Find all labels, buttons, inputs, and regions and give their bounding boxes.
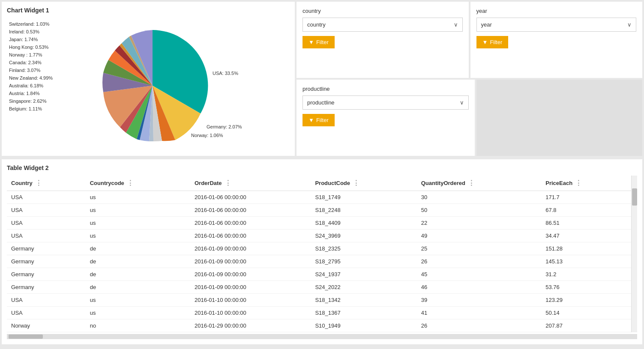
cell-quantityordered: 25 <box>417 242 542 255</box>
cell-priceeach: 86.51 <box>541 217 631 230</box>
table-row: USAus2016-01-06 00:00:00S18_22485067.8 <box>7 204 631 217</box>
cell-orderdate: 2016-01-06 00:00:00 <box>190 217 311 230</box>
year-select[interactable]: year ∨ <box>476 18 637 32</box>
productline-select-value: productline <box>307 99 335 106</box>
cell-productcode: S18_1367 <box>311 307 416 319</box>
bottom-scrollbar[interactable] <box>7 334 637 339</box>
cell-productcode: S18_1342 <box>311 294 416 307</box>
filter-icon-year: ▼ <box>482 39 488 45</box>
cell-quantityordered: 30 <box>417 191 542 204</box>
cell-productcode: S18_2248 <box>311 204 416 217</box>
cell-countrycode: de <box>86 268 190 281</box>
cell-priceeach: 53.76 <box>541 281 631 294</box>
table-row: USAus2016-01-06 00:00:00S18_174930171.7 <box>7 191 631 204</box>
label-canada: Canada: 2.34% <box>9 60 42 65</box>
cell-priceeach: 123.29 <box>541 294 631 307</box>
cell-quantityordered: 41 <box>417 307 542 319</box>
col-header-productcode: ProductCode ⋮ <box>311 176 416 191</box>
cell-quantityordered: 46 <box>417 281 542 294</box>
scrollbar-thumb[interactable] <box>632 188 637 206</box>
col-header-quantityordered: QuantityOrdered ⋮ <box>417 176 542 191</box>
col-menu-icon-country[interactable]: ⋮ <box>35 179 42 187</box>
cell-priceeach: 151.28 <box>541 242 631 255</box>
col-menu-icon-priceeach[interactable]: ⋮ <box>575 179 582 187</box>
cell-orderdate: 2016-01-10 00:00:00 <box>190 294 311 307</box>
cell-productcode: S24_2022 <box>311 281 416 294</box>
table-row: USAus2016-01-10 00:00:00S18_134239123.29 <box>7 294 631 307</box>
cell-countrycode: de <box>86 255 190 268</box>
cell-productcode: S18_2795 <box>311 255 416 268</box>
cell-orderdate: 2016-01-09 00:00:00 <box>190 268 311 281</box>
label-ireland: Ireland: 0.53% <box>9 29 39 34</box>
country-select-value: country <box>307 21 326 28</box>
cell-countrycode: no <box>86 319 190 332</box>
cell-quantityordered: 49 <box>417 230 542 242</box>
country-filter-label: country <box>303 8 463 14</box>
cell-quantityordered: 39 <box>417 294 542 307</box>
table-header-row: Country ⋮ Countrycode ⋮ <box>7 176 631 191</box>
col-menu-icon-productcode[interactable]: ⋮ <box>353 179 359 187</box>
cell-country: USA <box>7 204 86 217</box>
table-row: USAus2016-01-10 00:00:00S18_13674150.14 <box>7 307 631 319</box>
cell-countrycode: us <box>86 191 190 204</box>
cell-country: Germany <box>7 242 86 255</box>
year-filter-button[interactable]: ▼ Filter <box>476 36 509 48</box>
cell-country: USA <box>7 307 86 319</box>
cell-country: Norway <box>7 319 86 332</box>
cell-countrycode: us <box>86 204 190 217</box>
cell-quantityordered: 22 <box>417 217 542 230</box>
cell-countrycode: us <box>86 294 190 307</box>
right-scrollbar[interactable] <box>631 176 637 332</box>
cell-country: USA <box>7 191 86 204</box>
cell-countrycode: de <box>86 281 190 294</box>
year-select-value: year <box>481 21 492 28</box>
productline-select[interactable]: productline ∨ <box>303 95 469 110</box>
cell-orderdate: 2016-01-10 00:00:00 <box>190 307 311 319</box>
country-filter-button[interactable]: ▼ Filter <box>303 36 335 48</box>
cell-country: USA <box>7 294 86 307</box>
cell-productcode: S24_1937 <box>311 268 416 281</box>
table-row: USAus2016-01-06 00:00:00S24_39694934.47 <box>7 230 631 242</box>
table-scroll-wrapper: Country ⋮ Countrycode ⋮ <box>7 176 631 332</box>
cell-priceeach: 171.7 <box>541 191 631 204</box>
cell-country: Germany <box>7 268 86 281</box>
cell-orderdate: 2016-01-09 00:00:00 <box>190 255 311 268</box>
table-row: Germanyde2016-01-09 00:00:00S18_27952614… <box>7 255 631 268</box>
col-menu-icon-orderdate[interactable]: ⋮ <box>225 179 231 187</box>
table-scroll-area: Country ⋮ Countrycode ⋮ <box>7 176 637 332</box>
label-austria: Austria: 1.84% <box>9 91 40 96</box>
productline-filter-button[interactable]: ▼ Filter <box>303 114 335 126</box>
cell-quantityordered: 45 <box>417 268 542 281</box>
col-menu-icon-countrycode[interactable]: ⋮ <box>127 179 134 187</box>
cell-orderdate: 2016-01-06 00:00:00 <box>190 191 311 204</box>
label-singapore: Singapore: 2.62% <box>9 98 47 104</box>
cell-orderdate: 2016-01-06 00:00:00 <box>190 204 311 217</box>
cell-productcode: S10_1949 <box>311 319 416 332</box>
country-filter-panel: country country ∨ ▼ Filter <box>297 2 469 78</box>
table-row: USAus2016-01-06 00:00:00S18_44092286.51 <box>7 217 631 230</box>
filter-icon-productline: ▼ <box>309 117 314 123</box>
cell-quantityordered: 26 <box>417 255 542 268</box>
label-finland: Finland: 3.07% <box>9 68 41 73</box>
productline-filter-label: productline <box>303 86 469 92</box>
cell-country: USA <box>7 230 86 242</box>
col-header-priceeach: PriceEach ⋮ <box>541 176 631 191</box>
cell-orderdate: 2016-01-09 00:00:00 <box>190 242 311 255</box>
col-header-country: Country ⋮ <box>7 176 86 191</box>
bottom-scrollbar-thumb[interactable] <box>9 334 43 339</box>
data-table: Country ⋮ Countrycode ⋮ <box>7 176 631 332</box>
col-menu-icon-quantityordered[interactable]: ⋮ <box>468 179 475 187</box>
country-select[interactable]: country ∨ <box>303 18 463 32</box>
gray-spacer <box>476 80 643 156</box>
cell-orderdate: 2016-01-09 00:00:00 <box>190 281 311 294</box>
cell-productcode: S18_1749 <box>311 191 416 204</box>
cell-priceeach: 145.13 <box>541 255 631 268</box>
table-widget-title: Table Widget 2 <box>7 164 637 171</box>
label-switzerland: Switzerland: 1.03% <box>9 21 49 27</box>
cell-orderdate: 2016-01-06 00:00:00 <box>190 230 311 242</box>
label-usa: USA: 33.5% <box>213 71 238 76</box>
col-header-countrycode: Countrycode ⋮ <box>86 176 190 191</box>
label-newzealand: New Zealand: 4.99% <box>9 75 53 81</box>
table-row: Germanyde2016-01-09 00:00:00S18_23252515… <box>7 242 631 255</box>
cell-countrycode: us <box>86 307 190 319</box>
